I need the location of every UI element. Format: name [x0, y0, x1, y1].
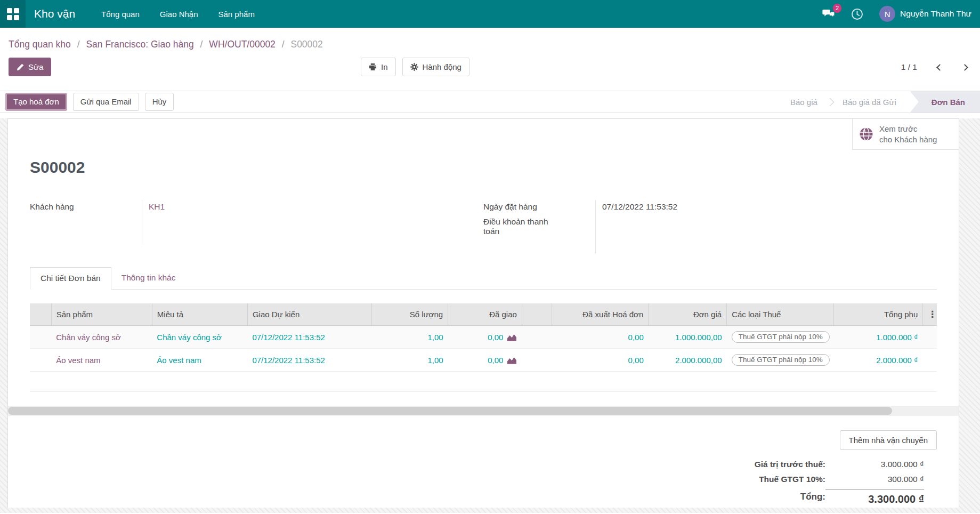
pager-previous-icon[interactable]: [936, 64, 943, 71]
untaxed-amount-value: 3.000.000 ₫: [825, 457, 924, 472]
field-groups: Khách hàng KH1 Ngày đặt hàng 07/12/2022 …: [30, 200, 937, 253]
app-title[interactable]: Kho vận: [34, 7, 75, 20]
send-email-button[interactable]: Gửi qua Email: [73, 93, 139, 110]
menu-products[interactable]: Sản phẩm: [218, 10, 255, 19]
apps-menu-button[interactable]: [0, 0, 26, 28]
create-invoice-button[interactable]: Tạo hoá đơn: [5, 93, 67, 110]
product-link[interactable]: Chân váy công sở: [56, 333, 121, 342]
tax-amount-value: 300.000 ₫: [825, 472, 924, 487]
form-statusbar: Tạo hoá đơn Gửi qua Email Hủy Báo giá Bá…: [0, 91, 980, 113]
col-description[interactable]: Miêu tả: [152, 303, 247, 326]
print-button-label: In: [381, 62, 388, 71]
order-line-row: Chân váy công sở Chân váy công sở 07/12/…: [30, 326, 937, 349]
forecast-chart-icon[interactable]: [507, 356, 517, 364]
step-quotation-sent[interactable]: Báo giá đã Gửi: [829, 91, 910, 113]
breadcrumb-separator: /: [77, 39, 80, 50]
unit-price-cell: 1.000.000,00: [649, 326, 727, 349]
breadcrumb-current: S00002: [290, 39, 322, 50]
total-value: 3.300.000 ₫: [825, 489, 924, 508]
user-name: Nguyễn Thanh Thư: [900, 9, 971, 19]
order-lines-table: Sản phẩm Miêu tả Giao Dự kiến Số lượng Đ…: [30, 303, 937, 392]
form-view-background: Xem trước cho Khách hàng S00002 Khách hà…: [0, 118, 980, 513]
horizontal-scrollbar[interactable]: [8, 406, 959, 416]
action-button[interactable]: Hành động: [402, 58, 469, 76]
print-button[interactable]: In: [361, 58, 396, 76]
edit-button-label: Sửa: [28, 62, 43, 71]
breadcrumb-separator: /: [200, 39, 203, 50]
tax-badge[interactable]: Thuế GTGT phải nộp 10%: [732, 354, 830, 366]
pencil-icon: [17, 63, 24, 71]
breadcrumb-link-picking[interactable]: WH/OUT/00002: [209, 39, 275, 50]
scheduled-date-cell: 07/12/2022 11:53:52: [247, 326, 371, 349]
tab-order-lines[interactable]: Chi tiết Đơn bán: [30, 267, 111, 290]
statusbar-buttons: Tạo hoá đơn Gửi qua Email Hủy: [0, 91, 174, 113]
menu-overview[interactable]: Tổng quan: [101, 10, 140, 19]
right-field-group: Ngày đặt hàng 07/12/2022 11:53:52 Điều k…: [483, 200, 937, 253]
col-quantity[interactable]: Số lượng: [372, 303, 448, 326]
tax-badge[interactable]: Thuế GTGT phải nộp 10%: [732, 331, 830, 343]
order-line-row: Áo vest nam Áo vest nam 07/12/2022 11:53…: [30, 349, 937, 372]
user-menu[interactable]: N Nguyễn Thanh Thư: [879, 6, 971, 22]
col-taxes[interactable]: Các loại Thuế: [727, 303, 834, 326]
description-cell: Chân váy công sở: [152, 326, 247, 349]
breadcrumb-link-picking-type[interactable]: San Francisco: Giao hàng: [86, 39, 193, 50]
totals-section: Thêm nhà vận chuyển Giá trị trước thuế: …: [30, 430, 937, 508]
delivered-cell: 0,00: [488, 333, 503, 342]
col-delivered[interactable]: Đã giao: [448, 303, 522, 326]
empty-line-row: [30, 372, 937, 392]
col-spacer: [522, 303, 552, 326]
pager: 1 / 1: [901, 62, 967, 72]
breadcrumb-separator: /: [282, 39, 285, 50]
cancel-button[interactable]: Hủy: [145, 93, 174, 110]
col-subtotal[interactable]: Tổng phụ: [834, 303, 923, 326]
col-scheduled-date[interactable]: Giao Dự kiến: [247, 303, 371, 326]
breadcrumb: Tổng quan kho / San Francisco: Giao hàng…: [0, 28, 980, 51]
optional-columns-icon[interactable]: ⋮: [928, 309, 937, 319]
tab-other-info[interactable]: Thông tin khác: [111, 267, 186, 289]
order-date-label: Ngày đặt hàng: [483, 200, 595, 215]
pager-counter: 1 / 1: [901, 62, 917, 72]
payment-terms-value[interactable]: [595, 215, 937, 238]
clock-icon: [851, 8, 863, 20]
avatar: N: [879, 6, 895, 22]
col-invoiced[interactable]: Đã xuất Hoá đơn: [552, 303, 649, 326]
totals-table: Giá trị trước thuế: 3.000.000 ₫ Thuế GTG…: [755, 457, 924, 508]
step-sales-order[interactable]: Đơn Bán: [910, 91, 980, 113]
pager-next-icon[interactable]: [961, 64, 968, 71]
menu-transfers[interactable]: Giao Nhận: [160, 10, 198, 19]
preview-label: Xem trước cho Khách hàng: [879, 124, 937, 144]
col-product[interactable]: Sản phẩm: [51, 303, 152, 326]
control-panel: Sửa In: [0, 58, 980, 78]
edit-button[interactable]: Sửa: [9, 58, 51, 76]
description-cell: Áo vest nam: [152, 349, 247, 372]
printer-icon: [369, 63, 377, 71]
product-link[interactable]: Áo vest nam: [56, 356, 100, 365]
messages-count-badge: 2: [833, 4, 841, 13]
left-group-filler: [142, 215, 483, 245]
action-button-label: Hành động: [423, 62, 461, 71]
add-shipping-button[interactable]: Thêm nhà vận chuyển: [840, 430, 937, 450]
top-navbar: Kho vận Tổng quan Giao Nhận Sản phẩm 2 N…: [0, 0, 980, 28]
delivered-cell: 0,00: [488, 356, 503, 365]
messages-button[interactable]: 2: [822, 9, 835, 20]
gear-icon: [410, 63, 418, 71]
breadcrumb-link-overview[interactable]: Tổng quan kho: [9, 39, 71, 50]
quantity-cell: 1,00: [372, 326, 448, 349]
activities-button[interactable]: [851, 8, 863, 20]
col-unit-price[interactable]: Đơn giá: [649, 303, 727, 326]
quantity-cell: 1,00: [372, 349, 448, 372]
forecast-chart-icon[interactable]: [507, 333, 517, 341]
subtotal-cell: 1.000.000 ₫: [834, 326, 923, 349]
step-quotation[interactable]: Báo giá: [776, 91, 831, 113]
form-sheet: Xem trước cho Khách hàng S00002 Khách hà…: [7, 118, 959, 508]
systray: 2 N Nguyễn Thanh Thư: [806, 6, 980, 22]
scrollbar-thumb[interactable]: [8, 407, 892, 415]
table-header-row: Sản phẩm Miêu tả Giao Dự kiến Số lượng Đ…: [30, 303, 937, 326]
apps-grid-icon: [7, 8, 19, 20]
globe-icon: [859, 127, 873, 141]
unit-price-cell: 2.000.000,00: [649, 349, 727, 372]
invoiced-cell: 0,00: [552, 349, 649, 372]
customer-value[interactable]: KH1: [142, 200, 483, 215]
order-date-value: 07/12/2022 11:53:52: [595, 200, 937, 215]
customer-preview-link[interactable]: Xem trước cho Khách hàng: [852, 119, 959, 150]
